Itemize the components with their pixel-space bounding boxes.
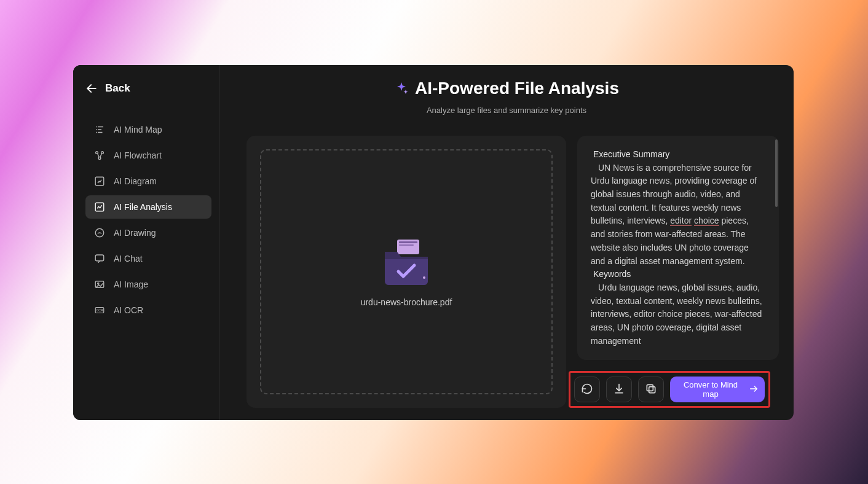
sidebar-item-diagram[interactable]: AI Diagram bbox=[85, 170, 211, 193]
drawing-icon bbox=[94, 227, 105, 238]
convert-to-mind-map-button[interactable]: Conver to Mind map bbox=[670, 377, 765, 402]
back-button[interactable]: Back bbox=[81, 76, 211, 101]
sparkle-icon bbox=[394, 81, 409, 96]
refresh-icon bbox=[581, 383, 593, 397]
file-analysis-icon bbox=[94, 201, 105, 213]
flowchart-icon bbox=[94, 150, 105, 161]
result-box[interactable]: Executive Summary UN News is a comprehen… bbox=[577, 136, 779, 360]
sidebar: Back AI Mind Map AI Flowchart AI Diagram bbox=[73, 65, 219, 420]
upload-panel: urdu-news-brochure.pdf bbox=[247, 136, 566, 408]
title-row: AI-Powered File Analysis bbox=[234, 79, 779, 98]
underlined-term: choice bbox=[694, 216, 719, 226]
svg-rect-14 bbox=[399, 244, 414, 246]
svg-text:OCR: OCR bbox=[96, 308, 103, 312]
sidebar-item-label: AI Diagram bbox=[114, 176, 157, 186]
chat-icon bbox=[94, 253, 105, 264]
keywords-body-text: Urdu language news, global issues, audio… bbox=[591, 283, 762, 346]
sidebar-item-mind-map[interactable]: AI Mind Map bbox=[85, 118, 211, 141]
download-icon bbox=[613, 383, 625, 397]
page-title: AI-Powered File Analysis bbox=[415, 79, 619, 98]
download-button[interactable] bbox=[606, 377, 632, 402]
uploaded-file-name: urdu-news-brochure.pdf bbox=[361, 297, 452, 307]
arrow-right-icon bbox=[749, 384, 759, 396]
sidebar-item-label: AI File Analysis bbox=[114, 202, 172, 212]
underlined-term: editor bbox=[670, 216, 692, 226]
sidebar-item-drawing[interactable]: AI Drawing bbox=[85, 221, 211, 244]
sidebar-item-image[interactable]: AI Image bbox=[85, 273, 211, 296]
svg-point-2 bbox=[101, 152, 104, 154]
svg-point-15 bbox=[423, 276, 425, 279]
regenerate-button[interactable] bbox=[574, 377, 600, 402]
sidebar-item-label: AI Flowchart bbox=[114, 150, 162, 160]
arrow-left-icon bbox=[85, 82, 98, 95]
sidebar-item-label: AI Image bbox=[114, 279, 148, 289]
summary-body-text: UN News is a comprehensive source for Ur… bbox=[591, 163, 757, 266]
sidebar-item-label: AI OCR bbox=[114, 305, 143, 315]
sidebar-item-label: AI Mind Map bbox=[114, 125, 162, 135]
svg-rect-17 bbox=[647, 384, 653, 391]
svg-rect-7 bbox=[95, 255, 104, 261]
sidebar-item-file-analysis[interactable]: AI File Analysis bbox=[85, 195, 211, 219]
app-window: Back AI Mind Map AI Flowchart AI Diagram bbox=[73, 65, 794, 420]
svg-rect-13 bbox=[399, 241, 417, 243]
copy-icon bbox=[645, 383, 657, 397]
page-subtitle: Analyze large files and summarize key po… bbox=[234, 106, 779, 115]
result-area: Executive Summary UN News is a comprehen… bbox=[577, 136, 779, 408]
result-actions-highlight: Conver to Mind map bbox=[569, 371, 770, 408]
sidebar-items: AI Mind Map AI Flowchart AI Diagram AI F… bbox=[81, 118, 211, 322]
sidebar-item-label: AI Chat bbox=[114, 254, 143, 263]
image-icon bbox=[94, 279, 105, 290]
summary-heading: Executive Summary bbox=[593, 149, 669, 159]
svg-point-9 bbox=[98, 283, 99, 284]
copy-button[interactable] bbox=[638, 377, 664, 402]
sidebar-item-ocr[interactable]: OCR AI OCR bbox=[85, 299, 211, 322]
svg-point-3 bbox=[98, 157, 101, 160]
keywords-heading: Keywords bbox=[593, 269, 631, 279]
sidebar-item-chat[interactable]: AI Chat bbox=[85, 247, 211, 270]
back-label: Back bbox=[105, 82, 130, 95]
main-content: AI-Powered File Analysis Analyze large f… bbox=[219, 65, 794, 420]
file-dropzone[interactable]: urdu-news-brochure.pdf bbox=[260, 149, 553, 394]
scrollbar-thumb[interactable] bbox=[775, 139, 778, 207]
svg-rect-16 bbox=[649, 386, 655, 392]
file-folder-icon bbox=[379, 237, 434, 286]
diagram-icon bbox=[94, 176, 105, 187]
sidebar-item-label: AI Drawing bbox=[114, 228, 156, 238]
ocr-icon: OCR bbox=[94, 305, 105, 316]
mind-map-icon bbox=[94, 124, 105, 135]
svg-point-1 bbox=[96, 152, 98, 154]
panels: urdu-news-brochure.pdf Executive Summary… bbox=[234, 136, 779, 408]
convert-button-label: Conver to Mind map bbox=[676, 380, 745, 399]
sidebar-item-flowchart[interactable]: AI Flowchart bbox=[85, 144, 211, 167]
